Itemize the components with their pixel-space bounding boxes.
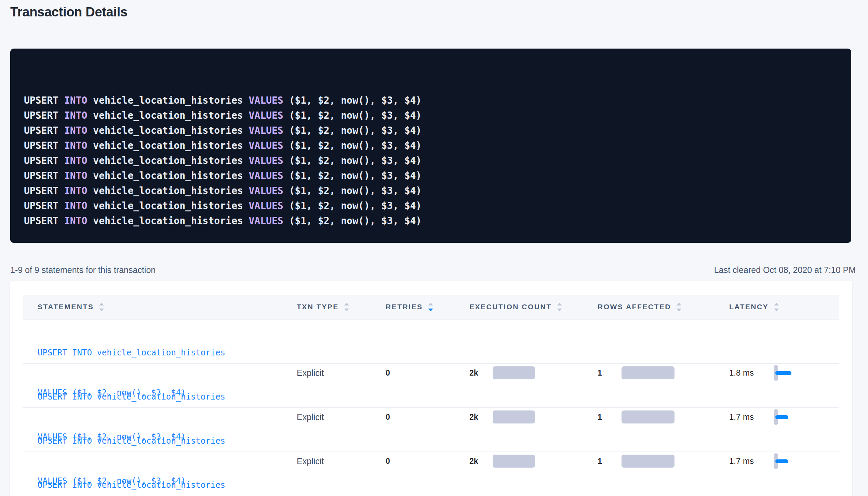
statement-text-line1: UPSERT INTO vehicle_location_histories (38, 434, 297, 448)
execution-count-bar (493, 410, 535, 423)
sort-arrows-icon (677, 303, 681, 311)
latency-value: 1.7 ms (729, 412, 774, 422)
sql-code-line: UPSERT INTO vehicle_location_histories V… (24, 198, 838, 213)
table-row: UPSERT INTO vehicle_location_histories V… (23, 319, 839, 364)
rows-affected-bar (622, 366, 675, 379)
column-header-label: STATEMENTS (38, 303, 94, 311)
column-header-statements[interactable]: STATEMENTS (23, 303, 297, 311)
column-header-label: LATENCY (729, 303, 769, 311)
latency-value: 1.7 ms (729, 456, 774, 466)
rows-affected-bar (622, 410, 675, 423)
retries-cell: 0 (386, 457, 469, 466)
rows-affected-bar (622, 455, 675, 468)
page-title: Transaction Details (10, 5, 868, 19)
transaction-details-page: Transaction Details UPSERT INTO vehicle_… (0, 5, 868, 496)
sort-arrows-icon (557, 303, 562, 311)
statement-text-line1: UPSERT INTO vehicle_location_histories (38, 346, 297, 360)
sql-code-line: UPSERT INTO vehicle_location_histories V… (24, 183, 838, 198)
execution-count-cell: 2k (469, 410, 598, 423)
column-header-latency[interactable]: LATENCY (729, 303, 838, 311)
sql-code-line: UPSERT INTO vehicle_location_histories V… (24, 108, 838, 123)
column-header-retries[interactable]: RETRIES (386, 303, 469, 311)
latency-bar-chart (774, 409, 788, 425)
execution-count-value: 2k (469, 413, 493, 422)
latency-value: 1.8 ms (729, 368, 774, 378)
table-header-row: STATEMENTSTXN TYPERETRIESEXECUTION COUNT… (23, 295, 839, 319)
rows-affected-value: 1 (598, 457, 622, 466)
txn-type-cell: Explicit (297, 368, 386, 378)
txn-type-cell: Explicit (297, 412, 386, 422)
latency-bar-chart (774, 453, 788, 469)
execution-count-cell: 2k (469, 366, 598, 379)
column-header-label: RETRIES (386, 303, 423, 311)
statements-table-card: STATEMENTSTXN TYPERETRIESEXECUTION COUNT… (10, 281, 852, 496)
rows-affected-cell: 1 (598, 455, 729, 468)
statement-text-line1: UPSERT INTO vehicle_location_histories (38, 390, 297, 404)
column-header-label: TXN TYPE (297, 303, 339, 311)
execution-count-bar (493, 366, 535, 379)
column-header-label: ROWS AFFECTED (598, 303, 671, 311)
txn-type-cell: Explicit (297, 456, 386, 466)
latency-cell: 1.8 ms (729, 365, 838, 381)
sql-code-line: UPSERT INTO vehicle_location_histories V… (24, 153, 838, 168)
sql-code-line: UPSERT INTO vehicle_location_histories V… (24, 138, 838, 153)
sort-arrows-icon (99, 303, 104, 311)
latency-bar-chart (774, 365, 791, 381)
sort-arrows-icon (428, 303, 433, 311)
retries-cell: 0 (386, 368, 469, 378)
sql-code-line: UPSERT INTO vehicle_location_histories V… (24, 123, 838, 138)
column-header-label: EXECUTION COUNT (469, 303, 552, 311)
sort-arrows-icon (774, 303, 779, 311)
statement-text-line1: UPSERT INTO vehicle_location_histories (38, 479, 297, 492)
sql-code-block: UPSERT INTO vehicle_location_histories V… (10, 49, 851, 243)
sql-code-line: UPSERT INTO vehicle_location_histories V… (24, 93, 838, 108)
latency-bar (775, 415, 788, 419)
latency-bar (775, 371, 791, 375)
latency-bar (775, 459, 788, 463)
latency-cell: 1.7 ms (729, 453, 838, 469)
statements-summary-row: 1-9 of 9 statements for this transaction… (10, 265, 856, 275)
statements-count-text: 1-9 of 9 statements for this transaction (10, 265, 156, 275)
latency-cell: 1.7 ms (729, 409, 838, 425)
retries-cell: 0 (386, 413, 469, 422)
last-cleared-text: Last cleared Oct 08, 2020 at 7:10 PM (714, 265, 856, 275)
rows-affected-cell: 1 (598, 410, 729, 423)
rows-affected-value: 1 (598, 368, 622, 378)
sql-code-line: UPSERT INTO vehicle_location_histories V… (24, 213, 838, 229)
statement-cell: UPSERT INTO vehicle_location_histories V… (23, 452, 297, 496)
column-header-execution-count[interactable]: EXECUTION COUNT (469, 303, 598, 311)
execution-count-value: 2k (469, 457, 493, 466)
sql-code-lines: UPSERT INTO vehicle_location_histories V… (24, 93, 838, 229)
rows-affected-cell: 1 (598, 366, 729, 379)
rows-affected-value: 1 (598, 413, 622, 422)
sql-code-line: UPSERT INTO vehicle_location_histories V… (24, 168, 838, 183)
execution-count-bar (493, 455, 535, 468)
column-header-txn-type[interactable]: TXN TYPE (297, 303, 386, 311)
execution-count-cell: 2k (469, 455, 598, 468)
execution-count-value: 2k (469, 368, 493, 378)
sort-arrows-icon (344, 303, 349, 311)
statement-link[interactable]: UPSERT INTO vehicle_location_histories V… (38, 452, 297, 496)
column-header-rows-affected[interactable]: ROWS AFFECTED (598, 303, 729, 311)
